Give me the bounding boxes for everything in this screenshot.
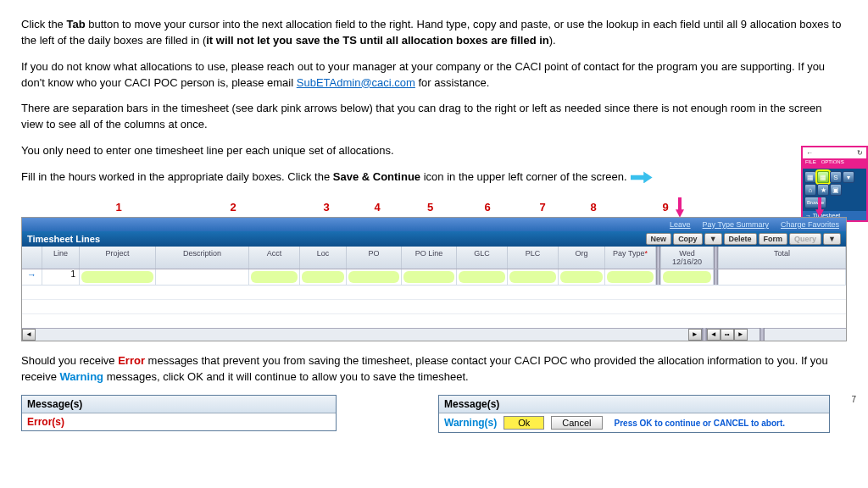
paragraph-4: You only need to enter one timesheet lin… — [21, 143, 847, 159]
save-continue-icon: ▦ — [817, 171, 829, 183]
error-message-box: Message(s) Error(s) — [21, 395, 337, 431]
grid-icon: ▣ — [830, 184, 842, 196]
leave-link[interactable]: Leave — [670, 220, 691, 229]
blue-arrow-icon — [631, 171, 653, 183]
tool-icon: S — [830, 171, 842, 183]
ok-button[interactable]: Ok — [504, 416, 544, 430]
panel-title: Timesheet Lines — [27, 234, 100, 244]
form-button[interactable]: Form — [759, 233, 788, 245]
pay-type-summary-link[interactable]: Pay Type Summary — [703, 220, 769, 229]
menu-dropdown[interactable]: ▼ — [823, 233, 841, 245]
paragraph-2: If you do not know what allocations to u… — [21, 59, 847, 92]
warning-message-box: Message(s) Warning(s) Ok Cancel Press OK… — [438, 395, 830, 433]
page-number: 7 — [851, 395, 856, 404]
timesheet-screenshot: Leave Pay Type Summary Charge Favorites … — [21, 217, 847, 341]
column-numbers: 1 2 3 4 5 6 7 8 9 — [21, 196, 847, 217]
paragraph-3: There are separation bars in the timeshe… — [21, 101, 847, 133]
back-icon: ← — [806, 149, 813, 157]
paragraph-errors: Should you receive Error messages that p… — [21, 353, 847, 385]
star-icon: ★ — [817, 184, 829, 196]
copy-dropdown[interactable]: ▼ — [704, 233, 722, 245]
email-link[interactable]: SubETAdmin@caci.com — [297, 76, 415, 89]
home-icon: ⌂ — [804, 184, 816, 196]
copy-button[interactable]: Copy — [673, 233, 703, 245]
charge-favorites-link[interactable]: Charge Favorites — [781, 220, 839, 229]
new-button[interactable]: New — [646, 233, 672, 245]
table-row[interactable]: → 1 — [22, 269, 846, 286]
dropdown-icon: ▾ — [843, 171, 854, 183]
column-headers: Line Project Description Acct Loc PO PO … — [22, 247, 846, 269]
query-button[interactable]: Query — [789, 233, 821, 245]
paragraph-1: Click the Tab button to move your cursor… — [21, 17, 847, 49]
delete-button[interactable]: Delete — [724, 233, 757, 245]
cancel-button[interactable]: Cancel — [551, 416, 602, 430]
disk-icon: ▦ — [804, 171, 816, 183]
refresh-icon: ↻ — [857, 149, 863, 157]
scroll-left[interactable]: ◄ — [22, 329, 36, 341]
scroll-right[interactable]: ► — [688, 329, 702, 341]
row-arrow-icon: → — [22, 269, 42, 285]
paragraph-5: Fill in the hours worked in the appropri… — [21, 169, 847, 186]
